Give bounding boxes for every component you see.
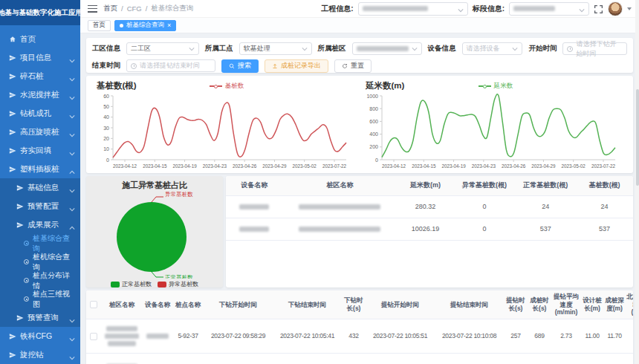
cell-drill-start: 2023-07-22 09:58:29 [204, 319, 273, 353]
end-time-input[interactable]: 请选择提钻结束时间 [126, 59, 215, 72]
work-area-select[interactable]: 二工区 [126, 42, 199, 55]
svg-text:2023-04-26: 2023-04-26 [502, 163, 526, 169]
radio-bullet-icon [24, 296, 29, 302]
sidebar-item-point-3d-view[interactable]: 桩点三维视图 [0, 290, 80, 308]
work-point-select[interactable]: 软基处理 [239, 42, 312, 55]
column-header: 桩区名称 [283, 176, 397, 195]
svg-text:2023-05-02: 2023-05-02 [562, 163, 586, 169]
sidebar-item-machine-query[interactable]: 桩机综合查询 [0, 253, 80, 271]
charts-panel: 基桩数(根) 基桩数 01020304050602023-04-122023-0… [86, 76, 633, 173]
sidebar-item-alert-query[interactable]: 预警查询 [0, 308, 80, 327]
row-checkbox[interactable] [90, 333, 97, 340]
legend-item-normal[interactable]: 正常基桩数 [111, 280, 152, 288]
send-icon [9, 73, 16, 80]
breadcrumb-cfg[interactable]: CFG [127, 4, 142, 13]
sidebar-item-project-info[interactable]: 项目信息 [0, 48, 80, 67]
fullscreen-icon[interactable] [594, 4, 603, 13]
svg-text:0: 0 [375, 157, 378, 163]
scrollbar-thumb[interactable] [636, 89, 639, 186]
sidebar-item-pile-query[interactable]: 桩基综合查询 [0, 234, 80, 253]
cell-point-name: 5-92-34 [172, 353, 204, 364]
tab-pile-query[interactable]: 桩基综合查询 × [114, 20, 176, 31]
table-row[interactable]: 5-92-34 2023-07-22 09:12:42 2023-07-22 0… [86, 353, 633, 364]
pile-zone-select[interactable] [352, 42, 422, 55]
section-select[interactable] [509, 2, 589, 16]
legend-item-abnormal[interactable]: 异常基桩数 [158, 280, 198, 288]
cell-lift-end: 2023-07-22 10:10:08 [435, 319, 504, 353]
sidebar-item-backfill[interactable]: 夯实回填 [0, 141, 80, 160]
cell-north-offset: 39 [626, 319, 633, 353]
avatar[interactable] [608, 1, 623, 16]
sidebar-item-home[interactable]: 首页 [0, 30, 80, 48]
cell-select [86, 319, 101, 353]
sidebar-item-gravel-pile[interactable]: 碎石桩 [0, 67, 80, 85]
column-header: 北方向偏移值(mm) [626, 290, 633, 319]
chevron-down-icon [458, 2, 464, 16]
tab-home[interactable]: 首页 [88, 20, 111, 31]
filter-label-start-time: 开始时间 [528, 44, 557, 53]
chevron-down-icon [69, 316, 75, 320]
table-row[interactable]: 10026.19 0 537 537 [226, 218, 633, 240]
table-row[interactable]: 5-92-37 2023-07-22 09:58:29 2023-07-22 1… [86, 319, 633, 353]
cell-total: 24 [576, 195, 633, 218]
user-menu-caret-icon[interactable] [627, 7, 632, 10]
export-button[interactable]: 成桩记录导出 [265, 59, 328, 73]
svg-text:0: 0 [106, 157, 109, 163]
sidebar-item-tieke-cfg[interactable]: 铁科CFG [0, 327, 80, 345]
sidebar-item-cement-pile[interactable]: 水泥搅拌桩 [0, 85, 80, 104]
sidebar-item-drill-hole[interactable]: 钻机成孔 [0, 104, 80, 123]
svg-text:2023-04-29: 2023-04-29 [262, 163, 287, 169]
sidebar-item-results[interactable]: 成果展示 [0, 215, 80, 234]
radio-bullet-icon [24, 241, 29, 246]
svg-text:600: 600 [369, 119, 378, 124]
column-header: 下钻开始时间 [204, 290, 273, 319]
top-bar: 首页/ CFG/ 桩基综合查询 工程信息: 标段信息: [80, 0, 639, 18]
pile-count-line-plot: 01020304050602023-04-122023-04-152023-04… [92, 91, 354, 172]
filter-label-pile-zone: 所属桩区 [318, 44, 346, 53]
sidebar-item-plastic-plate-pile[interactable]: 塑料插板桩 [0, 160, 80, 178]
column-header: 提钻开始时间 [366, 290, 435, 319]
summary-table: 设备名称 桩区名称 延米数(m) 异常基桩数(根) 正常基桩数(根) 基桩数(根… [226, 176, 633, 241]
cell-lift-start: 2023-07-22 10:05:51 [366, 319, 435, 353]
sidebar-item-alert-config[interactable]: 预警配置 [0, 197, 80, 215]
column-header: 桩区名称 [101, 290, 143, 319]
sidebar-item-point-distribution[interactable]: 桩点分布详情 [0, 271, 80, 290]
reset-button[interactable]: 重置 [334, 59, 372, 73]
close-icon[interactable]: × [167, 22, 171, 29]
cell-zone-name [101, 319, 143, 353]
column-header: 桩点名称 [172, 290, 204, 319]
sidebar-item-label: 桩点三维视图 [33, 289, 75, 310]
pie-chart-title: 施工异常基桩占比 [86, 180, 223, 191]
breadcrumb: 首页/ CFG/ 桩基综合查询 [103, 4, 193, 13]
radio-bullet-icon [24, 278, 29, 283]
select-all-checkbox[interactable] [90, 301, 97, 308]
cell-pile-duration: 4801 [528, 353, 551, 364]
legend-label: 正常基桩数 [122, 280, 152, 288]
sidebar-item-label: 钻机成孔 [20, 108, 51, 119]
project-select[interactable] [358, 2, 468, 16]
sidebar-item-rotary-drill[interactable]: 旋挖钻 [0, 345, 80, 364]
cell-drill-duration: 2542 [342, 353, 366, 364]
input-placeholder: 请选择提钻结束时间 [140, 61, 200, 71]
vertical-scrollbar[interactable] [635, 0, 639, 364]
svg-text:2023-04-19: 2023-04-19 [172, 163, 197, 169]
sidebar-item-basic-info[interactable]: 基础信息 [0, 178, 80, 197]
cell-total: 537 [576, 218, 633, 240]
cell-device-name [226, 195, 283, 218]
column-header: 异常基桩数(根) [454, 176, 515, 195]
red-swatch-icon [158, 282, 166, 287]
chevron-down-icon [69, 186, 75, 190]
chevron-up-icon [69, 167, 75, 172]
device-select[interactable]: 请选择设备 [462, 42, 523, 55]
cell-lift-duration: 257 [504, 319, 528, 353]
sidebar-item-label: 桩机综合查询 [33, 252, 75, 273]
sidebar-item-jet-grouting[interactable]: 高压旋喷桩 [0, 123, 80, 141]
sidebar: 地基与基础数字化施工应用 首页 项目信息 碎石桩 水泥搅拌桩 钻机成孔 [0, 0, 80, 364]
menu-toggle-icon[interactable] [88, 5, 97, 13]
extension-meters-chart: 延米数(m) 延米数 020040060080010002023-04-1220… [361, 80, 630, 173]
search-button[interactable]: 搜索 [221, 59, 259, 73]
cell-zone-name [101, 353, 143, 364]
breadcrumb-home[interactable]: 首页 [103, 4, 117, 13]
table-row[interactable]: 280.32 0 24 24 [226, 195, 633, 218]
start-time-input[interactable]: 请选择下钻开始时间 [562, 42, 627, 55]
